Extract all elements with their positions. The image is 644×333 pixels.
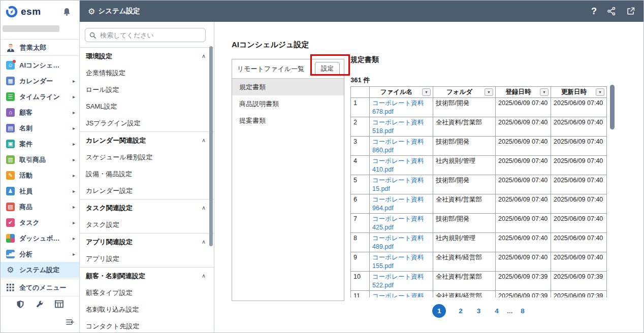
sidebar-item-calendar[interactable]: ▦ カレンダー	[1, 73, 79, 89]
chevron-up-icon	[202, 53, 206, 59]
settings-group-header[interactable]: アプリ関連設定	[80, 233, 214, 250]
sidebar-item-trade-products[interactable]: ▥ 取引商品	[1, 152, 79, 168]
settings-group-header[interactable]: 顧客・名刺関連設定	[80, 267, 214, 284]
sidebar-footer-icons	[1, 300, 79, 309]
file-link[interactable]: コーポレート資料	[372, 292, 424, 297]
remote-file-category[interactable]: 規定書類	[232, 79, 344, 95]
file-link[interactable]: コーポレート資料425.pdf	[372, 215, 424, 231]
column-filter-dropdown-button[interactable]	[485, 88, 493, 96]
share-icon[interactable]	[607, 7, 616, 16]
wrench-icon[interactable]	[36, 300, 44, 309]
sidebar-item-ai-concierge[interactable]: ☺ AIコンシェ…	[1, 57, 79, 73]
file-link[interactable]: コーポレート資料489.pdf	[372, 235, 424, 250]
file-link[interactable]: コーポレート資料964.pdf	[372, 196, 424, 212]
settings-group-header[interactable]: タスク関連設定	[80, 199, 214, 216]
settings-nav-item[interactable]: アプリ設定	[80, 250, 214, 267]
remote-file-category[interactable]: 商品説明書類	[232, 95, 344, 112]
shield-icon[interactable]	[16, 300, 24, 309]
sidebar-item-customers[interactable]: ⌂ 顧客	[1, 105, 79, 120]
settings-nav-item[interactable]: SAML設定	[80, 98, 214, 115]
chevron-right-icon	[73, 94, 75, 99]
sidebar-collapse-icon[interactable]	[66, 319, 74, 326]
column-header: フォルダ	[433, 87, 496, 98]
registered-date-cell: 2025/06/09 07:40	[496, 252, 551, 272]
file-link[interactable]: コーポレート資料410.pdf	[372, 157, 424, 173]
sidebar-item-deals[interactable]: ▣ 案件	[1, 136, 79, 152]
sidebar-item-products[interactable]: ▧ 商品	[1, 199, 79, 215]
settings-nav-list: 環境設定 企業情報設定ロール設定SAML設定JSプラグイン設定 カレンダー関連設…	[80, 47, 214, 332]
page-button[interactable]: 4	[495, 307, 499, 315]
sidebar-item-timeline[interactable]: ☰ タイムライン	[1, 89, 79, 105]
sidebar-item-label: カレンダー	[19, 77, 53, 86]
sidebar-item-all-menu[interactable]: 全てのメニュー	[1, 279, 79, 296]
search-box	[85, 28, 206, 42]
settings-nav-scrollbar[interactable]	[209, 46, 213, 246]
system-settings-gear-icon: ⚙	[6, 265, 15, 274]
sidebar-item-tasks[interactable]: ✔ タスク	[1, 215, 79, 230]
help-icon[interactable]: ?	[591, 7, 597, 16]
page-button[interactable]: ...	[507, 307, 512, 315]
column-filter-dropdown-button[interactable]	[422, 88, 431, 96]
timeline-icon: ☰	[6, 92, 15, 101]
settings-nav-item[interactable]: 企業情報設定	[80, 64, 214, 81]
settings-nav-item[interactable]: コンタクト先設定	[80, 318, 214, 332]
remote-file-panel: リモートファイル一覧 設定 規定書類商品説明書類提案書類	[232, 59, 344, 301]
column-filter-dropdown-button[interactable]	[540, 88, 549, 96]
settings-search-input[interactable]	[99, 31, 201, 40]
user-row[interactable]: 営業太郎	[1, 39, 79, 56]
bell-icon[interactable]	[62, 7, 71, 16]
settings-nav-item[interactable]: 顧客タイプ設定	[80, 284, 214, 301]
settings-nav-item[interactable]: 名刺取り込み設定	[80, 301, 214, 318]
page-button[interactable]: 1	[432, 304, 446, 318]
updated-date-cell: 2025/06/09 07:40	[551, 117, 607, 137]
page-button[interactable]: 3	[477, 307, 481, 315]
trade-product-icon: ▥	[6, 155, 15, 164]
registered-date-cell: 2025/06/09 07:40	[496, 194, 551, 214]
registered-date-cell: 2025/06/09 07:40	[496, 175, 551, 194]
settings-group-header[interactable]: カレンダー関連設定	[80, 131, 214, 149]
chevron-right-icon	[73, 188, 75, 194]
table-icon[interactable]	[55, 300, 63, 309]
settings-nav-item[interactable]: JSプラグイン設定	[80, 115, 214, 131]
sidebar-item-dashboard[interactable]: ダッシュボ…	[1, 230, 79, 246]
page-button[interactable]: 8	[521, 307, 525, 315]
sidebar-item-employees[interactable]: ♟ 社員	[1, 183, 79, 199]
file-link[interactable]: コーポレート資料518.pdf	[372, 119, 424, 135]
sidebar-item-label: 商品	[19, 203, 33, 212]
main-content: AIコンシェルジュ設定 リモートファイル一覧 設定 規定書類商品説明書類提案書類…	[214, 22, 643, 332]
gear-icon: ⚙	[88, 7, 95, 16]
open-external-icon[interactable]	[626, 7, 635, 16]
file-link[interactable]: コーポレート資料155.pdf	[372, 254, 424, 270]
analytics-icon: ▂▅▇	[6, 250, 15, 258]
column-label: 更新日時	[552, 88, 596, 96]
file-link[interactable]: コーポレート資料860.pdf	[372, 138, 424, 154]
search-icon	[89, 32, 96, 39]
row-number-cell: 10	[351, 272, 370, 291]
settings-nav-item[interactable]: スケジュール種別設定	[80, 149, 214, 165]
file-link[interactable]: コーポレート資料522.pdf	[372, 273, 424, 289]
remote-file-settings-button[interactable]: 設定	[315, 62, 340, 76]
column-header: 登録日時	[496, 87, 551, 98]
business-card-icon: ▤	[6, 124, 15, 132]
settings-nav-item[interactable]: カレンダー設定	[80, 182, 214, 199]
page-button[interactable]: 2	[459, 307, 463, 315]
sidebar-item-system-settings[interactable]: ⚙ システム設定	[1, 262, 79, 278]
settings-nav-item[interactable]: タスク設定	[80, 216, 214, 233]
settings-nav-item[interactable]: ロール設定	[80, 81, 214, 98]
sidebar-item-analytics[interactable]: ▂▅▇ 分析	[1, 246, 79, 262]
settings-group-title: 環境設定	[86, 52, 112, 61]
sidebar-item-activities[interactable]: ✎ 活動	[1, 168, 79, 183]
settings-group-header[interactable]: 環境設定	[80, 47, 214, 64]
file-link[interactable]: コーポレート資料15.pdf	[372, 177, 424, 192]
row-number-cell: 7	[351, 214, 370, 233]
column-label: フォルダ	[434, 88, 485, 96]
settings-group-items: タスク設定	[80, 216, 214, 233]
file-table-container: ファイル名フォルダ登録日時更新日時 1 コーポレート資料678.pdf 技術部/…	[350, 86, 608, 297]
column-filter-dropdown-button[interactable]	[596, 88, 604, 96]
file-table-scrollbar[interactable]	[610, 85, 615, 129]
settings-nav-item[interactable]: 設備・備品設定	[80, 165, 214, 182]
file-link[interactable]: コーポレート資料678.pdf	[372, 99, 424, 115]
remote-file-category[interactable]: 提案書類	[232, 112, 344, 129]
sidebar-item-business-cards[interactable]: ▤ 名刺	[1, 120, 79, 136]
sidebar-item-label: AIコンシェ…	[19, 61, 59, 70]
